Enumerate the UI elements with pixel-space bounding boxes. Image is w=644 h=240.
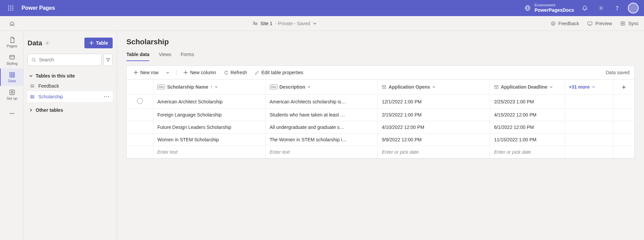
rail-styling[interactable]: Styling (0, 51, 23, 68)
plus-icon (89, 41, 94, 45)
new-row-button[interactable]: New row (131, 68, 160, 77)
product-name: Power Pages (22, 5, 55, 11)
svg-point-16 (551, 21, 555, 25)
cell-desc[interactable]: All undergraduate and graduate s… (265, 121, 378, 134)
rail-styling-label: Styling (6, 61, 17, 65)
feedback-icon (551, 21, 556, 26)
placeholder-desc[interactable]: Enter text (265, 146, 378, 158)
table-item-label: Scholarship (38, 94, 63, 99)
rail-more[interactable] (0, 105, 23, 122)
svg-point-7 (10, 10, 11, 11)
tab-table-data[interactable]: Table data (126, 49, 149, 61)
column-application-opens[interactable]: 21Application Opens (378, 80, 490, 95)
row-select[interactable] (127, 134, 153, 146)
table-row[interactable]: American Architect ScholarshipAmerican A… (127, 95, 634, 109)
section-other-tables[interactable]: Other tables (28, 105, 113, 115)
row-select[interactable] (127, 121, 153, 134)
user-avatar[interactable] (625, 0, 641, 16)
table-row[interactable]: Future Design Leaders ScholarshipAll und… (127, 121, 634, 134)
new-column-button[interactable]: New column (181, 68, 218, 77)
cell-deadline[interactable]: 2/25/2023 1:00 PM (490, 95, 565, 109)
cell-deadline[interactable]: 11/15/2022 1:00 PM (490, 134, 565, 146)
svg-rect-43 (31, 95, 34, 98)
table-row[interactable]: Women in STEM ScholarshipThe Women in ST… (127, 134, 634, 146)
refresh-icon (224, 70, 229, 75)
preview-link[interactable]: Preview (587, 21, 612, 26)
row-select[interactable] (127, 95, 153, 109)
table-item-feedback[interactable]: Feedback (28, 81, 113, 91)
edit-properties-label: Edit table properties (262, 70, 304, 75)
filter-button[interactable] (104, 54, 113, 66)
chevron-down-icon (592, 85, 595, 89)
sync-link[interactable]: Sync (620, 21, 639, 26)
refresh-button[interactable]: Refresh (222, 68, 249, 77)
cell-deadline[interactable]: 4/15/2022 12:00 PM (490, 109, 565, 121)
environment-selector[interactable]: Environment PowerPagesDocs (525, 3, 574, 13)
cell-name[interactable]: Foreign Language Scholarship (153, 109, 266, 121)
table-item-scholarship[interactable]: Scholarship ··· (28, 91, 113, 102)
feedback-link[interactable]: Feedback (551, 21, 579, 26)
more-columns-button[interactable]: +31 more (565, 80, 613, 95)
cell-deadline[interactable]: 6/1/2022 12:00 PM (490, 121, 565, 134)
column-application-deadline[interactable]: 21Application Deadline (490, 80, 565, 95)
tab-views[interactable]: Views (159, 49, 171, 61)
calendar-icon: 21 (382, 85, 386, 89)
add-column-button[interactable]: ＋ (613, 80, 634, 95)
column-description[interactable]: AbcDescription (265, 80, 378, 95)
new-table-button[interactable]: Table (84, 38, 113, 48)
svg-point-33 (13, 113, 14, 114)
placeholder-name[interactable]: Enter text (153, 146, 266, 158)
settings-icon[interactable] (593, 0, 609, 16)
notifications-icon[interactable] (577, 0, 593, 16)
table-row[interactable]: Foreign Language ScholarshipStudents who… (127, 109, 634, 121)
table-tabs: Table data Views Forms (126, 49, 635, 61)
new-row-dropdown[interactable] (164, 69, 172, 76)
app-launcher-icon[interactable] (3, 5, 19, 11)
new-column-label: New column (190, 70, 216, 75)
panel-title: Data (28, 39, 50, 47)
environment-name: PowerPagesDocs (535, 7, 574, 13)
svg-rect-22 (10, 55, 14, 59)
cell-desc[interactable]: Students who have taken at least … (265, 109, 378, 121)
tab-forms[interactable]: Forms (181, 49, 194, 61)
column-scholarship-name[interactable]: AbcScholarship Name↑ (153, 80, 266, 95)
cell-desc[interactable]: American Architects scholarship is… (265, 95, 378, 109)
edit-properties-button[interactable]: Edit table properties (253, 68, 306, 77)
cell-name[interactable]: American Architect Scholarship (153, 95, 266, 109)
chevron-down-icon (215, 85, 218, 89)
cell-name[interactable]: Future Design Leaders Scholarship (153, 121, 266, 134)
section-other-label: Other tables (36, 107, 63, 113)
home-icon[interactable] (5, 21, 19, 26)
search-input[interactable] (28, 54, 102, 66)
placeholder-deadline[interactable]: Enter or pick date (490, 146, 565, 158)
main-content: Scholarship Table data Views Forms New r… (117, 31, 644, 240)
site-selector[interactable]: Site 1 - Private - Saved (19, 21, 551, 26)
search-icon (31, 57, 36, 62)
row-more-icon[interactable]: ··· (104, 94, 110, 99)
table-toolbar: New row New column Refresh Edit table pr… (126, 65, 635, 79)
panel-settings-icon[interactable] (45, 41, 50, 46)
cell-opens[interactable]: 12/1/2022 1:00 PM (378, 95, 490, 109)
svg-point-37 (32, 58, 35, 61)
section-tables-in-site[interactable]: Tables in this site (28, 71, 113, 81)
cell-opens[interactable]: 4/10/2022 12:00 PM (378, 121, 490, 134)
new-row-placeholder[interactable]: Enter textEnter textEnter or pick dateEn… (127, 146, 634, 158)
placeholder-opens[interactable]: Enter or pick date (378, 146, 490, 158)
rail-setup[interactable]: Set up (0, 86, 23, 103)
rail-data[interactable]: Data (0, 68, 23, 86)
search-field[interactable] (39, 57, 98, 62)
select-all-column[interactable] (127, 80, 153, 95)
cell-desc[interactable]: The Women in STEM scholarship i… (265, 134, 378, 146)
cell-opens[interactable]: 2/15/2022 1:00 PM (378, 109, 490, 121)
svg-rect-21 (621, 21, 624, 25)
svg-point-34 (47, 42, 48, 44)
row-select[interactable] (127, 109, 153, 121)
rail-pages-label: Pages (7, 44, 17, 48)
cell-opens[interactable]: 9/9/2022 12:00 PM (378, 134, 490, 146)
svg-point-12 (600, 7, 602, 9)
svg-rect-19 (588, 22, 592, 25)
help-icon[interactable] (609, 0, 625, 16)
site-status: - Private - Saved (275, 21, 310, 26)
cell-name[interactable]: Women in STEM Scholarship (153, 134, 266, 146)
rail-pages[interactable]: Pages (0, 34, 23, 51)
